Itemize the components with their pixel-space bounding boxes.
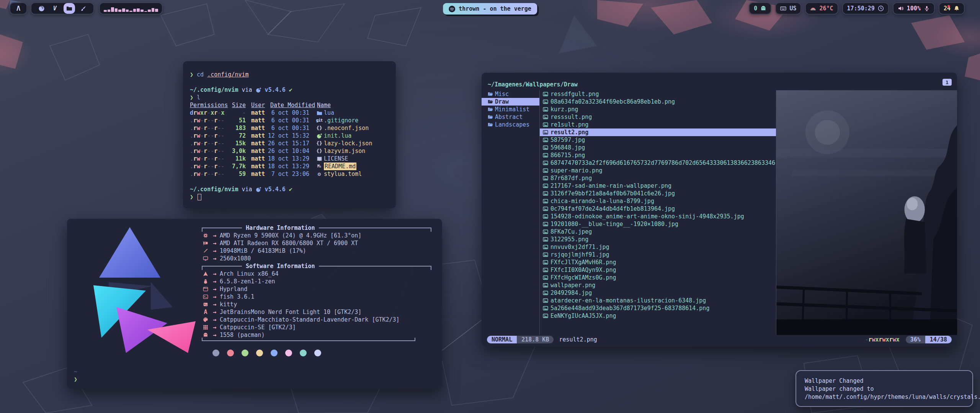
sidebar-folder-abstract[interactable]: Abstract bbox=[482, 113, 539, 121]
file-item[interactable]: 866715.png bbox=[540, 151, 776, 159]
file-item[interactable]: nnvuv0xj2df71.jpg bbox=[540, 243, 776, 251]
terminal-ls-command: ❯ l bbox=[190, 94, 396, 101]
file-name: lua bbox=[324, 109, 334, 117]
mode-indicator: NORMAL bbox=[487, 336, 517, 343]
fetch-window[interactable]: Hardware Information →AMD Ryzen 9 5900X … bbox=[67, 219, 442, 389]
file-name: stylua.toml bbox=[324, 170, 362, 178]
file-item[interactable]: atardecer-en-la-montanas-ilustracion-634… bbox=[540, 297, 776, 304]
file-item[interactable]: wallpaper.png bbox=[540, 281, 776, 289]
image-icon bbox=[543, 160, 548, 166]
file-item[interactable]: 8FKa7Cu.jpeg bbox=[540, 228, 776, 236]
lua-version-icon bbox=[256, 187, 261, 192]
file-item[interactable]: re1sult.png bbox=[540, 121, 776, 128]
file-item-label: 5a266e448add93deab367d87173e9f25-6837886… bbox=[550, 305, 709, 312]
file-item[interactable]: 587597.jpg bbox=[540, 136, 776, 144]
file-item[interactable]: ressdfgult.png bbox=[540, 90, 776, 98]
terminal-icon bbox=[203, 294, 208, 299]
sidebar-folder-misc[interactable]: Misc bbox=[482, 90, 539, 98]
workspace-2[interactable]: V bbox=[50, 3, 60, 13]
image-icon bbox=[543, 145, 548, 150]
sidebar-folder-draw[interactable]: Draw bbox=[482, 98, 539, 106]
file-item-label: 8FKa7Cu.jpeg bbox=[550, 228, 592, 235]
fetch-shell-prompt[interactable]: ~ ❯ bbox=[74, 368, 77, 383]
file-item-label: 587597.jpg bbox=[550, 137, 585, 143]
visualizer-bar bbox=[152, 8, 155, 12]
file-item[interactable]: 5a266e448add93deab367d87173e9f25-6837886… bbox=[540, 304, 776, 312]
arrow-right-icon: → bbox=[213, 232, 216, 239]
file-item[interactable]: EeNKYgIUcAAJ5JX.png bbox=[540, 312, 776, 320]
brush-icon bbox=[80, 5, 87, 12]
workspaces-pill[interactable]: V bbox=[31, 2, 94, 15]
visualizer-bar bbox=[155, 9, 158, 12]
file-item[interactable]: chica-mirando-la-luna-8799.jpg bbox=[540, 197, 776, 205]
terminal-cwd-line: ~/.config/nvim via v5.4.6 ✔ bbox=[190, 86, 396, 94]
terminal-prompt[interactable]: ❯ bbox=[190, 193, 396, 201]
file-item[interactable]: kurz.png bbox=[540, 106, 776, 113]
file-item[interactable]: 19201080-__blue-tinge__-1920×1080.jpg bbox=[540, 220, 776, 228]
file-item[interactable]: super-mario.png bbox=[540, 167, 776, 174]
image-icon bbox=[543, 244, 548, 250]
volume-pill[interactable]: 100% bbox=[893, 2, 935, 15]
keyboard-layout-pill[interactable]: US bbox=[775, 2, 801, 15]
ghost-icon bbox=[203, 332, 208, 338]
file-manager-window[interactable]: ~/Imagenes/Wallpapers/Draw 1 MiscDrawMin… bbox=[482, 73, 957, 346]
workspace-4[interactable] bbox=[78, 3, 88, 13]
file-name: lazy-lock.json bbox=[324, 140, 372, 147]
folder-open-icon bbox=[488, 99, 493, 104]
workspace-3[interactable] bbox=[64, 3, 75, 14]
workspace-1[interactable] bbox=[36, 3, 46, 13]
visualizer-bar bbox=[122, 8, 125, 12]
image-icon bbox=[543, 313, 548, 319]
tab-badge[interactable]: 1 bbox=[942, 79, 952, 86]
launcher-button[interactable]: Λ bbox=[10, 2, 27, 15]
file-item[interactable]: rsjqojlmjhf91.jpg bbox=[540, 251, 776, 259]
file-item[interactable]: 0c794faf07de24a4db4d4fb1eb813964.jpg bbox=[540, 205, 776, 213]
file-item-label: FXfcII0X0AQyn9X.png bbox=[550, 267, 616, 273]
file-item[interactable]: 3122955.png bbox=[540, 236, 776, 243]
visualizer-bar bbox=[129, 11, 132, 12]
arrow-right-icon: → bbox=[213, 331, 216, 339]
fetch-info-row: →AMD ATI Radeon RX 6800/6800 XT / 6900 X… bbox=[202, 239, 431, 247]
file-item[interactable]: 3126f7e9bbf21a8a4af0b67b041c6e26.jpg bbox=[540, 190, 776, 197]
file-item[interactable]: resssult.png bbox=[540, 113, 776, 121]
visualizer-bar bbox=[108, 10, 111, 12]
file-item[interactable]: 87r687df.png bbox=[540, 174, 776, 182]
file-item[interactable]: FXfcJlTXgAMvH6R.png bbox=[540, 259, 776, 266]
window-icon bbox=[203, 286, 208, 292]
image-icon bbox=[543, 153, 548, 158]
image-icon bbox=[543, 176, 548, 181]
font-icon: A bbox=[204, 308, 207, 316]
gpu-icon bbox=[203, 241, 208, 246]
arrow-right-icon: → bbox=[213, 293, 216, 301]
folder-open-icon bbox=[488, 107, 493, 112]
media-player-pill[interactable]: thrown - on the verge bbox=[443, 3, 537, 15]
sidebar-folder-landscapes[interactable]: Landscapes bbox=[482, 121, 539, 128]
file-item[interactable]: 596848.jpg bbox=[540, 144, 776, 151]
notifications-pill[interactable]: 24 bbox=[939, 2, 965, 15]
file-item[interactable]: result2.png bbox=[540, 128, 776, 136]
clock-pill[interactable]: 17:50:29 bbox=[842, 2, 889, 15]
gear-icon: ⚙ bbox=[318, 170, 321, 178]
file-item[interactable]: 154928-odinokoe_anime-art-anime-okno-sin… bbox=[540, 213, 776, 220]
file-item[interactable]: 68747470733a2f2f696d616765732d7769786d70… bbox=[540, 159, 776, 167]
sidebar-folder-label: Minimalist bbox=[495, 106, 529, 113]
terminal-window[interactable]: ❯ cd .config/nvim ~/.config/nvim via v5.… bbox=[183, 61, 396, 208]
image-icon bbox=[543, 267, 548, 273]
image-icon bbox=[543, 252, 548, 257]
notification-toast[interactable]: Wallpaper Changed Wallpaper changed to /… bbox=[795, 370, 973, 407]
file-item[interactable]: FXfcII0X0AQyn9X.png bbox=[540, 266, 776, 274]
status-pill-group: 0US26°C17:50:29100%24 bbox=[749, 2, 965, 15]
file-item[interactable]: FXfcHgcWIAMzs0G.png bbox=[540, 274, 776, 281]
audio-visualizer-pill[interactable] bbox=[99, 2, 163, 15]
file-item[interactable]: 20492984.jpg bbox=[540, 289, 776, 297]
weather-pill[interactable]: 26°C bbox=[805, 2, 838, 15]
palette-dot bbox=[300, 350, 307, 356]
sidebar-folder-minimalist[interactable]: Minimalist bbox=[482, 106, 539, 113]
arrow-right-icon: → bbox=[213, 255, 216, 262]
file-item[interactable]: 08a634fa02a32364f69ebc86a98eb1eb.png bbox=[540, 98, 776, 106]
sidebar-folder-label: Draw bbox=[495, 98, 509, 105]
updates-pill[interactable]: 0 bbox=[749, 2, 771, 15]
file-list: ressdfgult.png08a634fa02a32364f69ebc86a9… bbox=[540, 90, 776, 335]
image-icon bbox=[543, 99, 548, 104]
file-item[interactable]: 217167-sad-anime-rain-wallpaper.png bbox=[540, 182, 776, 190]
